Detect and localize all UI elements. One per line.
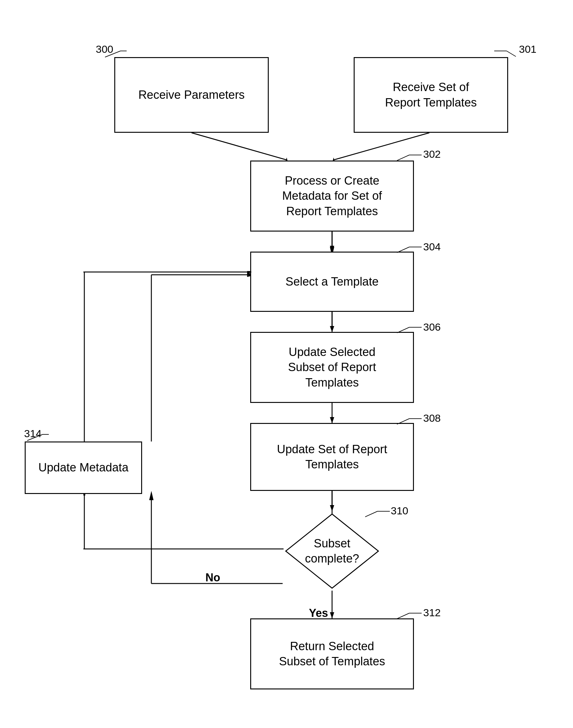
receive-templates-label: Receive Set ofReport Templates bbox=[385, 80, 477, 110]
svg-line-52 bbox=[27, 434, 43, 441]
ref-312: 312 bbox=[423, 607, 441, 619]
ref-304-tick bbox=[397, 244, 425, 256]
process-metadata-box: Process or CreateMetadata for Set ofRepo… bbox=[250, 161, 414, 232]
return-subset-box: Return SelectedSubset of Templates bbox=[250, 618, 414, 689]
svg-line-22 bbox=[105, 51, 120, 57]
ref-306-tick bbox=[397, 324, 425, 337]
arrow-no-up bbox=[84, 493, 85, 549]
svg-line-34 bbox=[397, 327, 409, 333]
ref-302: 302 bbox=[423, 148, 441, 160]
arrow-meta-right bbox=[84, 271, 252, 273]
subset-complete-diamond: Subsetcomplete? bbox=[282, 511, 381, 591]
update-metadata-label: Update Metadata bbox=[38, 460, 128, 475]
svg-marker-56 bbox=[247, 271, 252, 273]
receive-parameters-box: Receive Parameters bbox=[114, 57, 269, 133]
arrow-meta-up bbox=[84, 272, 85, 442]
svg-marker-41 bbox=[330, 505, 334, 511]
ref-312-tick bbox=[397, 610, 425, 622]
svg-marker-18 bbox=[149, 491, 154, 500]
svg-marker-33 bbox=[330, 326, 334, 332]
select-template-label: Select a Template bbox=[285, 274, 378, 289]
ref-301-tick bbox=[494, 48, 522, 60]
svg-line-47 bbox=[397, 613, 409, 619]
svg-line-25 bbox=[507, 51, 516, 56]
arrow-306-308 bbox=[327, 402, 337, 423]
update-subset-box: Update SelectedSubset of ReportTemplates bbox=[250, 332, 414, 403]
arrow-308-310 bbox=[327, 490, 337, 511]
yes-label: Yes bbox=[309, 607, 328, 620]
svg-line-43 bbox=[365, 511, 377, 517]
receive-templates-box: Receive Set ofReport Templates bbox=[354, 57, 508, 133]
select-template-box: Select a Template bbox=[250, 251, 414, 312]
svg-line-26 bbox=[397, 155, 409, 161]
arrow-302-304 bbox=[327, 231, 337, 252]
ref-308-tick bbox=[397, 415, 425, 428]
ref-314-tick bbox=[24, 431, 49, 444]
subset-complete-label: Subsetcomplete? bbox=[305, 536, 359, 566]
ref-300-tick bbox=[102, 48, 127, 60]
update-set-box: Update Set of ReportTemplates bbox=[250, 423, 414, 491]
flowchart-diagram: Receive Parameters 300 Receive Set ofRep… bbox=[0, 0, 573, 728]
svg-marker-46 bbox=[330, 612, 334, 618]
ref-302-tick bbox=[397, 152, 425, 164]
update-metadata-box: Update Metadata bbox=[25, 442, 142, 494]
ref-310-tick bbox=[365, 508, 393, 520]
arrow-304-306 bbox=[327, 311, 337, 332]
update-set-label: Update Set of ReportTemplates bbox=[277, 442, 387, 472]
no-label: No bbox=[205, 571, 220, 584]
ref-308: 308 bbox=[423, 412, 441, 424]
return-subset-label: Return SelectedSubset of Templates bbox=[279, 639, 385, 669]
ref-306: 306 bbox=[423, 321, 441, 333]
svg-line-0 bbox=[192, 133, 286, 160]
arrow-310-312 bbox=[327, 591, 337, 618]
ref-310: 310 bbox=[391, 505, 408, 517]
arrow-no-left bbox=[84, 548, 283, 550]
ref-304: 304 bbox=[423, 241, 441, 253]
svg-marker-37 bbox=[330, 417, 334, 423]
update-subset-label: Update SelectedSubset of ReportTemplates bbox=[288, 344, 376, 390]
process-metadata-label: Process or CreateMetadata for Set ofRepo… bbox=[282, 173, 382, 219]
receive-parameters-label: Receive Parameters bbox=[138, 88, 245, 103]
svg-marker-29 bbox=[330, 246, 334, 252]
svg-line-30 bbox=[397, 247, 409, 253]
svg-line-38 bbox=[397, 418, 409, 424]
